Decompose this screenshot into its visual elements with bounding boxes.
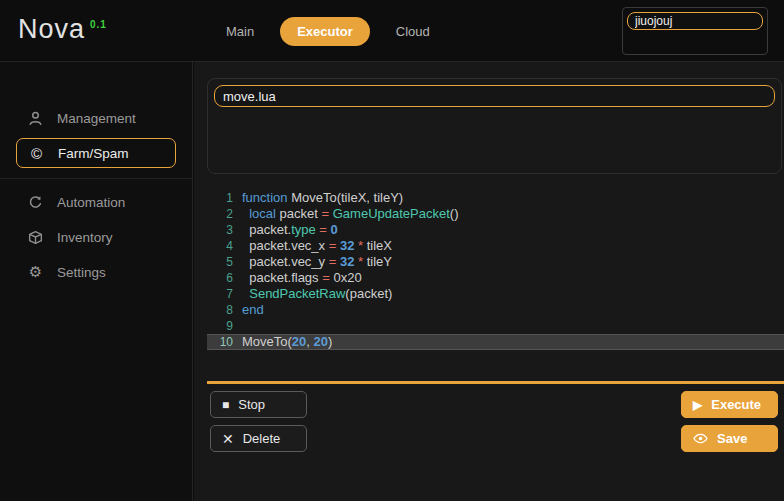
code-line[interactable]: 9 <box>207 318 784 334</box>
line-number: 1 <box>207 190 233 206</box>
filename-input[interactable] <box>214 85 775 107</box>
code-line[interactable]: 2 local packet = GameUpdatePacket() <box>207 206 784 222</box>
code-line[interactable]: 10MoveTo(20, 20) <box>207 334 784 350</box>
executor-panel: 1function MoveTo(tileX, tileY)2 local pa… <box>194 62 784 501</box>
line-number: 7 <box>207 286 233 302</box>
gear-icon: ⚙ <box>27 263 44 281</box>
nav-executor[interactable]: Executor <box>280 17 370 46</box>
refresh-icon <box>27 194 44 211</box>
delete-button[interactable]: ✕ Delete <box>210 425 307 452</box>
save-button[interactable]: Save <box>681 425 778 452</box>
code-line[interactable]: 4 packet.vec_x = 32 * tileX <box>207 238 784 254</box>
delete-label: Delete <box>243 431 281 446</box>
line-number: 3 <box>207 222 233 238</box>
code-text: function MoveTo(tileX, tileY) <box>242 190 403 206</box>
code-line[interactable]: 5 packet.vec_y = 32 * tileY <box>207 254 784 270</box>
execute-label: Execute <box>711 397 761 412</box>
sidebar-item-farm-spam[interactable]: © Farm/Spam <box>16 138 176 168</box>
sidebar-item-label: Farm/Spam <box>58 146 129 161</box>
app-version: 0.1 <box>90 19 107 30</box>
line-number: 2 <box>207 206 233 222</box>
line-number: 4 <box>207 238 233 254</box>
code-text: packet.vec_y = 32 * tileY <box>242 254 392 270</box>
stop-button[interactable]: ■ Stop <box>210 391 307 418</box>
code-text: packet.vec_x = 32 * tileX <box>242 238 392 254</box>
line-number: 5 <box>207 254 233 270</box>
line-number: 9 <box>207 318 233 334</box>
stop-icon: ■ <box>222 399 229 411</box>
play-icon: ▶ <box>693 399 702 411</box>
sidebar-item-label: Management <box>57 111 136 126</box>
sidebar-item-label: Settings <box>57 265 106 280</box>
code-text: local packet = GameUpdatePacket() <box>242 206 458 222</box>
top-bar: Nova0.1 Main Executor Cloud <box>0 0 784 62</box>
code-area[interactable]: 1function MoveTo(tileX, tileY)2 local pa… <box>207 190 784 352</box>
script-file-panel <box>207 78 782 174</box>
eye-icon <box>693 432 708 445</box>
nav-cloud[interactable]: Cloud <box>396 24 430 39</box>
code-line[interactable]: 1function MoveTo(tileX, tileY) <box>207 190 784 206</box>
top-nav: Main Executor Cloud <box>226 15 430 47</box>
sidebar-item-settings[interactable]: ⚙ Settings <box>16 257 176 287</box>
code-line[interactable]: 8end <box>207 302 784 318</box>
close-icon: ✕ <box>222 432 234 446</box>
code-text: packet.flags = 0x20 <box>242 270 362 286</box>
code-line[interactable]: 7 SendPacketRaw(packet) <box>207 286 784 302</box>
line-number: 8 <box>207 302 233 318</box>
sidebar-item-management[interactable]: Management <box>16 103 176 133</box>
sidebar-item-automation[interactable]: Automation <box>16 187 176 217</box>
account-box <box>622 7 768 55</box>
code-text: end <box>242 302 264 318</box>
person-icon <box>27 110 44 127</box>
code-text: packet.type = 0 <box>242 222 338 238</box>
nav-main[interactable]: Main <box>226 24 254 39</box>
execute-button[interactable]: ▶ Execute <box>681 391 778 418</box>
code-line[interactable]: 3 packet.type = 0 <box>207 222 784 238</box>
box-icon <box>27 229 44 246</box>
app-title: Nova0.1 <box>18 14 107 45</box>
line-number: 6 <box>207 270 233 286</box>
code-text: SendPacketRaw(packet) <box>242 286 392 302</box>
sidebar-item-label: Inventory <box>57 230 113 245</box>
save-label: Save <box>717 431 747 446</box>
accent-divider <box>207 381 784 384</box>
sidebar-item-inventory[interactable]: Inventory <box>16 222 176 252</box>
account-input[interactable] <box>627 12 763 30</box>
code-line[interactable]: 6 packet.flags = 0x20 <box>207 270 784 286</box>
sidebar-item-label: Automation <box>57 195 125 210</box>
farm-spam-icon: © <box>28 145 45 162</box>
code-text: MoveTo(20, 20) <box>242 334 332 350</box>
line-number: 10 <box>207 334 233 350</box>
sidebar-divider <box>0 178 192 179</box>
stop-label: Stop <box>238 397 265 412</box>
app-name: Nova <box>18 14 85 44</box>
sidebar: Management © Farm/Spam Automation Invent… <box>0 62 193 501</box>
